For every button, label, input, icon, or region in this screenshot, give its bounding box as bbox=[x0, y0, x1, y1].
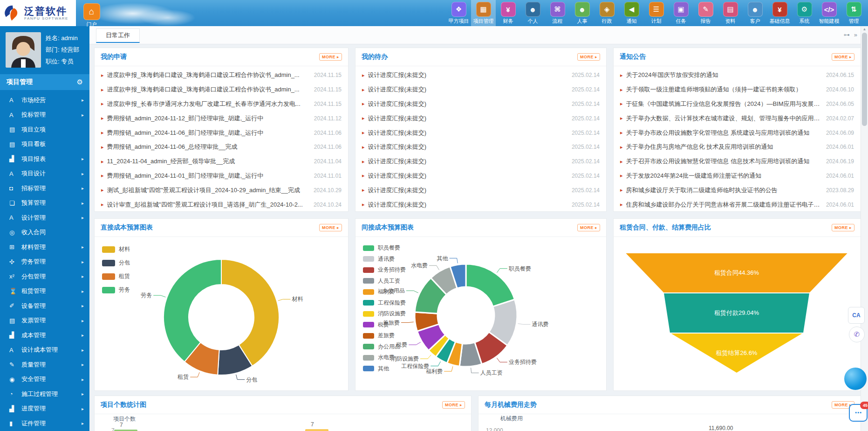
list-item[interactable]: ▸住房和城乡建设部办公厅关于同意吉林省开展二级建造师注册证书电子化试点...20… bbox=[614, 197, 861, 212]
topnav-item[interactable]: ☻人事 bbox=[570, 0, 595, 26]
list-item[interactable]: ▸设计进度汇报(未提交)2025.02.14 bbox=[355, 154, 606, 169]
sidebar-item-进度管理[interactable]: ▟进度管理▸ bbox=[0, 402, 89, 417]
topnav-item[interactable]: ⚙系统 bbox=[792, 0, 817, 26]
list-item[interactable]: ▸关于召开市政公用设施智慧化管理信息 信息技术与应用培训班的通知2024.06.… bbox=[614, 154, 861, 169]
list-item[interactable]: ▸费用报销_admin_2024-11-06_总经理审批__完成2024.11.… bbox=[95, 140, 348, 154]
topnav-item-portal[interactable]: ⌂ 门户 bbox=[79, 1, 104, 28]
topnav-item[interactable]: ▤资料 bbox=[718, 0, 743, 26]
topnav-item[interactable]: ◀通知 bbox=[619, 0, 644, 26]
sidebar-item-材料管理[interactable]: ⊞材料管理▸ bbox=[0, 240, 89, 255]
sidebar-item-市场经营[interactable]: A市场经营▸ bbox=[0, 93, 89, 108]
legend-item[interactable]: 职员餐费 bbox=[363, 243, 406, 254]
list-item[interactable]: ▸关于举办市政公用设施数字化管理信息 系统建设与应用培训班的通知2024.06.… bbox=[614, 125, 861, 140]
sidebar-item-收入合同[interactable]: ◎收入合同 bbox=[0, 225, 89, 240]
sidebar-item-成本管理[interactable]: ▟成本管理▸ bbox=[0, 328, 89, 343]
bar[interactable] bbox=[305, 429, 328, 431]
sidebar-item-安全管理[interactable]: ◉安全管理▸ bbox=[0, 372, 89, 387]
settings-gear-icon[interactable]: ⚙ bbox=[77, 78, 83, 86]
legend-item[interactable]: 其他 bbox=[363, 363, 406, 375]
more-button[interactable]: MORE ▸ bbox=[577, 224, 600, 231]
list-item[interactable]: ▸设计审查_彭祖新城"四馆"景观工程设计项目_请选择_胡广生_2024-10-2… bbox=[95, 197, 348, 212]
list-item[interactable]: ▸费用报销_admin_2024-11-12_部门经理审批_胡建,_运行中202… bbox=[95, 111, 348, 125]
list-item[interactable]: ▸设计进度汇报(未提交)2025.02.14 bbox=[355, 97, 606, 111]
list-item[interactable]: ▸设计进度汇报(未提交)2025.02.14 bbox=[355, 140, 606, 154]
topnav-item[interactable]: ¥基础信息 bbox=[767, 0, 792, 26]
topnav-item[interactable]: ⇅管理 bbox=[841, 0, 866, 26]
sidebar-item-项目报表[interactable]: ▟项目报表▸ bbox=[0, 152, 89, 167]
legend-item[interactable]: 办公用品 bbox=[363, 341, 406, 353]
sidebar-item-项目设计[interactable]: A项目设计▸ bbox=[0, 167, 89, 181]
sidebar-item-项目看板[interactable]: ▤项目看板 bbox=[0, 137, 89, 152]
topnav-item[interactable]: </>智能建模 bbox=[817, 0, 841, 26]
list-item[interactable]: ▸关于领取一级注册建造师增项贴的通知（须持一建证书前来领取）2024.06.10 bbox=[614, 83, 861, 97]
topnav-item[interactable]: ☻个人 bbox=[520, 0, 545, 26]
machine-cost-line-chart[interactable]: 机械费用 12,000 11,690.00 bbox=[478, 414, 861, 431]
legend-item[interactable]: 税费 bbox=[363, 320, 406, 331]
legend-item[interactable]: 福利费 bbox=[363, 286, 406, 298]
list-item[interactable]: ▸进度款申报_珠海鹤港口建设_珠海鹤港口建设工程合作协议书_admin_...2… bbox=[95, 83, 348, 97]
expand-icon[interactable]: » bbox=[854, 31, 857, 38]
sidebar-item-设备管理[interactable]: ✐设备管理▸ bbox=[0, 299, 89, 313]
list-item[interactable]: ▸设计进度汇报(未提交)2025.02.14 bbox=[355, 125, 606, 140]
list-item[interactable]: ▸房和城乡建设厅关于取消二级建造师临时执业证书的公告2023.08.29 bbox=[614, 183, 861, 197]
legend-item[interactable]: 通讯费 bbox=[363, 254, 406, 265]
list-item[interactable]: ▸费用报销_admin_2024-11-01_部门经理审批_胡建,_运行中202… bbox=[95, 169, 348, 183]
scroll-up-arrow[interactable]: ▲ bbox=[861, 27, 868, 31]
legend-item[interactable]: 人员工资 bbox=[363, 276, 406, 287]
sidebar-item-设计成本管理[interactable]: A设计成本管理▸ bbox=[0, 343, 89, 358]
more-button[interactable]: MORE ▸ bbox=[442, 401, 465, 409]
sidebar-item-预算管理[interactable]: ❏预算管理▸ bbox=[0, 196, 89, 211]
legend-item[interactable]: 工程保险费 bbox=[363, 298, 406, 309]
rental-funnel-chart[interactable]: 租赁合同44.36%租赁付款29.04%租赁结算26.6% bbox=[614, 237, 861, 391]
more-button[interactable]: MORE ▸ bbox=[577, 53, 600, 61]
service-bubble-widget[interactable] bbox=[844, 368, 867, 390]
sidebar-item-施工过程管理[interactable]: ◔施工过程管理▸ bbox=[0, 387, 89, 402]
legend-item[interactable]: 劳务 bbox=[102, 283, 130, 297]
legend-item[interactable]: 分包 bbox=[102, 256, 130, 270]
tab-daily-work[interactable]: 日常工作 bbox=[96, 28, 140, 43]
list-item[interactable]: ▸于征集《中国建筑施工行业信息化发展报告（2024）—BIM应用与发展》材料..… bbox=[614, 97, 861, 111]
topnav-item[interactable]: ☻客户 bbox=[743, 0, 767, 26]
scrollbar-thumb[interactable] bbox=[862, 33, 867, 126]
sidebar-item-质量管理[interactable]: ✎质量管理▸ bbox=[0, 357, 89, 372]
more-button[interactable]: MORE ▸ bbox=[319, 224, 342, 231]
list-item[interactable]: ▸进度款申报_长春市伊通河水力发电厂改建工程_长春市伊通河水力发电...2024… bbox=[95, 97, 348, 111]
legend-item[interactable]: 水电费 bbox=[363, 352, 406, 363]
topnav-item[interactable]: ❖甲方项目 bbox=[446, 0, 471, 26]
sidebar-item-分包管理[interactable]: x²分包管理▸ bbox=[0, 269, 89, 284]
topnav-item[interactable]: ✎报告 bbox=[693, 0, 718, 26]
sidebar-item-租赁管理[interactable]: ⌛租赁管理▸ bbox=[0, 284, 89, 299]
topnav-item[interactable]: ⌘流程 bbox=[545, 0, 570, 26]
sidebar-item-项目立项[interactable]: ▤项目立项 bbox=[0, 122, 89, 137]
sidebar-item-劳务管理[interactable]: ✣劳务管理▸ bbox=[0, 255, 89, 270]
list-item[interactable]: ▸11_2024-11-04_admin_经营部_领导审批__完成2024.11… bbox=[95, 154, 348, 169]
app-logo[interactable]: 泛普软件 FANPU SOFTWARE bbox=[0, 0, 76, 26]
legend-item[interactable]: 材料 bbox=[102, 243, 130, 256]
more-button[interactable]: MORE ▸ bbox=[832, 53, 854, 61]
direct-cost-donut-chart[interactable]: 材料分包租赁劳务 bbox=[95, 237, 348, 391]
sidebar-item-证件管理[interactable]: ▮证件管理▸ bbox=[0, 416, 89, 431]
chat-widget[interactable]: ⋯ 45 bbox=[849, 404, 868, 422]
legend-item[interactable]: 差旅费 bbox=[363, 330, 406, 341]
list-item[interactable]: ▸费用报销_admin_2024-11-06_部门经理审批_胡建,_运行中202… bbox=[95, 125, 348, 140]
sidebar-item-发票管理[interactable]: ▤发票管理▸ bbox=[0, 313, 89, 328]
list-item[interactable]: ▸设计进度汇报(未提交)2025.02.14 bbox=[355, 197, 606, 212]
list-item[interactable]: ▸设计进度汇报(未提交)2025.02.14 bbox=[355, 169, 606, 183]
topnav-item[interactable]: ▣任务 bbox=[669, 0, 693, 26]
topnav-item[interactable]: ▦项目管理 bbox=[471, 0, 496, 26]
more-button[interactable]: MORE ▸ bbox=[832, 224, 854, 231]
list-item[interactable]: ▸进度款申报_珠海鹤港口建设_珠海鹤港口建设工程合作协议书_admin_...2… bbox=[95, 68, 348, 83]
topnav-item[interactable]: ◈行政 bbox=[595, 0, 619, 26]
legend-item[interactable]: 消防设施费 bbox=[363, 308, 406, 320]
donut-segment-劳务[interactable] bbox=[164, 259, 221, 362]
sidebar-item-招标管理[interactable]: ◘招标管理▸ bbox=[0, 181, 89, 196]
phone-widget[interactable]: ✆ bbox=[849, 327, 865, 342]
legend-item[interactable]: 租赁 bbox=[102, 270, 130, 283]
legend-item[interactable]: 业务招待费 bbox=[363, 264, 406, 276]
cad-tool-widget[interactable]: CA bbox=[848, 307, 865, 324]
sidebar-item-投标管理[interactable]: A投标管理▸ bbox=[0, 108, 89, 123]
topnav-item[interactable]: ¥财务 bbox=[496, 0, 520, 26]
key-icon[interactable]: ⊶ bbox=[844, 31, 850, 38]
list-item[interactable]: ▸关于举办大数据、云计算技术在城市建设、规划、管理与服务中的应用培训班...20… bbox=[614, 111, 861, 125]
list-item[interactable]: ▸关于2024年国庆节放假安排的通知2024.06.15 bbox=[614, 68, 861, 83]
